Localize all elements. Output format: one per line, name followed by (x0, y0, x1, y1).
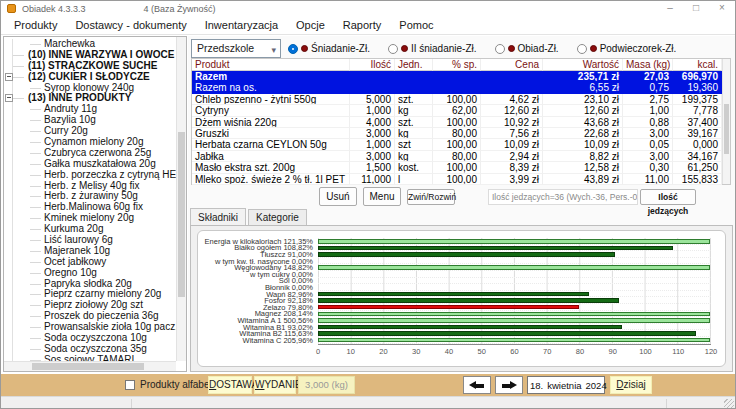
tree-item[interactable]: Soda oczyszczona 10g (4, 333, 176, 344)
radio-icon[interactable] (577, 44, 587, 54)
tree-item[interactable]: Soda oczyszczona 35g (4, 344, 176, 355)
table-row[interactable]: Razem na os.6,55 zł0,7519,360 (192, 82, 722, 93)
table-cell: 43,89 zł (543, 174, 623, 185)
chart-track (318, 238, 711, 245)
alphabetical-checkbox[interactable] (125, 380, 135, 390)
tree-item[interactable]: Prowansalskie zioła 10g pacz. (4, 322, 176, 333)
column-header[interactable]: Wartość (543, 59, 623, 71)
tree-vertical-scrollbar[interactable] (176, 37, 186, 361)
tree-item[interactable]: Syrop klonowy 240g (4, 83, 176, 94)
tab-skladniki[interactable]: Składniki (190, 208, 246, 225)
table-cell: 2,75 (623, 94, 673, 105)
tree-item[interactable]: Kurkuma 20g (4, 224, 176, 235)
menu-item-opcje[interactable]: Opcje (287, 19, 334, 31)
next-day-button[interactable] (495, 376, 523, 394)
tree-item[interactable]: Cynamon mielony 20g (4, 137, 176, 148)
menu-item-inwentaryzacja[interactable]: Inwentaryzacja (196, 19, 287, 31)
tree-item[interactable]: Herb.Malinowa 60g fix (4, 202, 176, 213)
tree-expander-icon[interactable] (5, 94, 13, 102)
column-header[interactable]: Cena (481, 59, 543, 71)
tree-item-label: Papryka słodka 20g (44, 279, 132, 289)
tree-category[interactable]: (11) STRĄCZKOWE SUCHE (4, 61, 176, 72)
table-row[interactable]: Herbata czarna CEYLON 50g1,000szt100,001… (192, 139, 722, 150)
table-row[interactable]: Chleb pszenno - żytni 550g5,000szt.100,0… (192, 94, 722, 105)
previous-day-button[interactable] (463, 376, 491, 394)
tree-item[interactable]: Bazylia 10g (4, 115, 176, 126)
menu-item-raporty[interactable]: Raporty (334, 19, 391, 31)
resize-grip[interactable] (724, 399, 734, 409)
scrollbar-thumb[interactable] (32, 363, 144, 370)
tree-expander-icon[interactable] (5, 73, 13, 81)
meal-radio-option[interactable]: Obiad-Zł. (495, 43, 559, 54)
delivery-button[interactable]: DOSTAWA (208, 376, 252, 394)
table-row[interactable]: Masło ekstra szt. 200g1,500kost.100,008,… (192, 162, 722, 173)
menu-item-pomoc[interactable]: Pomoc (390, 19, 442, 31)
table-row[interactable]: Jabłka3,000kg80,002,94 zł8,82 zł3,0034,1… (192, 151, 722, 162)
column-header[interactable]: Produkt (192, 59, 350, 71)
tab-kategorie[interactable]: Kategorie (248, 209, 307, 225)
column-header[interactable]: Jedn. (395, 59, 433, 71)
tree-category[interactable]: (13) INNE PRODUKTY (4, 93, 176, 104)
meal-radio-option[interactable]: II śniadanie-Zł. (388, 43, 477, 54)
issue-button[interactable]: WYDANIE (254, 376, 296, 394)
meal-panel: Przedszkole ▾ Śniadanie-Zł.II śniadanie-… (188, 36, 735, 372)
tree-category[interactable]: (10) INNE WARZYWA I OWOCE (4, 50, 176, 61)
menu-button[interactable]: Menu (363, 187, 401, 206)
collapse-expand-button[interactable]: Zwiń/Rozwiń (407, 189, 455, 205)
tree-item[interactable]: Curry 20g (4, 126, 176, 137)
meal-radio-option[interactable]: Śniadanie-Zł. (288, 43, 370, 54)
radio-icon[interactable] (288, 44, 298, 54)
tree-item[interactable]: Herb. porzeczka z cytryną HERBAPOL (4, 170, 176, 181)
table-row[interactable]: Razem235,71 zł27,03696,970 (192, 71, 722, 82)
scrollbar-thumb[interactable] (724, 104, 729, 154)
tree-item[interactable]: Oregno 10g (4, 268, 176, 279)
column-header[interactable]: Ilość (350, 59, 395, 71)
table-row[interactable]: Gruszki3,000kg80,007,56 zł22,68 zł3,0039… (192, 128, 722, 139)
tree-item[interactable]: Majeranek 10g (4, 246, 176, 257)
tree-item[interactable]: Papryka słodka 20g (4, 279, 176, 290)
scrollbar-thumb[interactable] (178, 132, 185, 297)
table-header: ProduktIlośćJedn.% sp.CenaWartośćMasa (k… (192, 59, 722, 71)
group-select[interactable]: Przedszkole ▾ (191, 39, 281, 58)
menu-item-dostawcy-dokumenty[interactable]: Dostawcy - dokumenty (66, 19, 195, 31)
tree-item[interactable]: Marchewka (4, 39, 176, 50)
tree-item[interactable]: Herb. z żurawiny 50g (4, 191, 176, 202)
tree-category[interactable]: (12) CUKIER I SŁODYCZE (4, 72, 176, 83)
tree-item[interactable]: Andruty 11g (4, 104, 176, 115)
table-scrollbar[interactable] (722, 59, 730, 184)
tree-item[interactable]: Kminek mielony 20g (4, 213, 176, 224)
table-row[interactable]: Dżem wiśnia 220g4,000szt.100,0010,92 zł4… (192, 117, 722, 128)
column-header[interactable]: % sp. (433, 59, 481, 71)
menu-item-produkty[interactable]: Produkty (5, 19, 66, 31)
delete-button[interactable]: Usuń (319, 187, 357, 206)
table-cell (433, 71, 481, 82)
x-axis-tick-label: 10 (347, 347, 355, 356)
eaters-count-button[interactable]: Ilość jedzących (640, 189, 696, 205)
column-header[interactable]: Masa (kg) (623, 59, 673, 71)
tree-item[interactable]: Liść laurowy 6g (4, 235, 176, 246)
eaters-info-field[interactable]: Ilość jedzących=36 (Wych.-36, Pers.-0, I… (488, 189, 638, 205)
right-arrow-icon (501, 381, 517, 390)
radio-icon[interactable] (495, 44, 505, 54)
column-header[interactable]: kcal. (673, 59, 722, 71)
tree-item[interactable]: Czubryca czerwona 25g (4, 148, 176, 159)
date-picker[interactable]: 18. kwietnia 2024 ▾ (527, 376, 605, 394)
close-button[interactable]: × (709, 1, 735, 16)
tree-item[interactable]: Proszek do pieczenia 36g (4, 311, 176, 322)
tree-item[interactable]: Ocet jabłkowy (4, 257, 176, 268)
tree-horizontal-scrollbar[interactable] (4, 361, 176, 371)
tree-item[interactable]: Pieprz ziołowy 20g szt (4, 300, 176, 311)
meal-radio-option[interactable]: Podwieczorek-Zł. (577, 43, 677, 54)
table-cell (350, 82, 395, 93)
tree-item[interactable]: Pieprz czarny mielony 20g (4, 289, 176, 300)
chart-bar (318, 305, 579, 310)
tree-item[interactable]: Herb. z Melisy 40g fix (4, 181, 176, 192)
table-row[interactable]: Cytryny1,000kg62,0012,60 zł12,60 zł1,007… (192, 105, 722, 116)
today-button[interactable]: Dzisiaj (610, 376, 652, 394)
radio-icon[interactable] (388, 44, 398, 54)
quantity-field[interactable]: 3,000 (kg) (298, 376, 355, 394)
maximize-button[interactable]: □ (683, 1, 709, 16)
minimize-button[interactable]: – (657, 1, 683, 16)
table-row[interactable]: Mleko spoż. świeże 2 % tł. 1l PET11,000l… (192, 174, 722, 185)
tree-item[interactable]: Gałka muszkatałowa 20g (4, 159, 176, 170)
